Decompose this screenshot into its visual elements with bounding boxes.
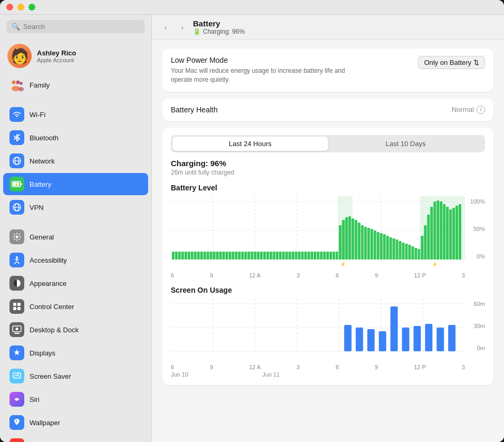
- sidebar-item-accessibility[interactable]: Accessibility: [3, 249, 148, 271]
- sidebar-item-label-displays: Displays: [30, 349, 55, 357]
- svg-rect-145: [344, 325, 352, 351]
- svg-rect-37: [175, 252, 178, 260]
- notifications-icon: [9, 438, 24, 442]
- vpn-icon: [9, 200, 24, 215]
- svg-rect-102: [364, 227, 367, 260]
- svg-rect-131: [449, 209, 452, 260]
- sidebar-item-family[interactable]: Family: [3, 74, 148, 96]
- svg-rect-74: [292, 252, 294, 260]
- battery-chart-card: Last 24 Hours Last 10 Days Charging: 96%…: [162, 128, 493, 385]
- forward-button[interactable]: ›: [176, 21, 189, 34]
- svg-rect-132: [452, 208, 455, 260]
- battery-y-label-0: 0%: [465, 253, 485, 260]
- sidebar-item-notifications[interactable]: Notifications: [3, 435, 148, 442]
- search-input[interactable]: [23, 23, 140, 31]
- info-button[interactable]: i: [477, 105, 485, 114]
- svg-rect-134: [459, 204, 461, 260]
- battery-sidebar-icon: ⚡: [9, 177, 24, 191]
- user-profile[interactable]: 🧑 Ashley Rico Apple Account: [0, 39, 151, 73]
- low-power-title: Low Power Mode: [171, 56, 361, 64]
- svg-rect-66: [266, 252, 269, 260]
- sidebar-item-control-center[interactable]: Control Center: [3, 295, 148, 318]
- low-power-desc: Your Mac will reduce energy usage to inc…: [171, 66, 361, 84]
- svg-point-24: [16, 328, 18, 330]
- user-info: Ashley Rico Apple Account: [37, 49, 76, 63]
- usage-x-6b: 6: [336, 364, 339, 370]
- svg-rect-152: [425, 324, 432, 351]
- user-subtitle: Apple Account: [37, 57, 76, 63]
- sidebar-item-bluetooth[interactable]: Bluetooth: [3, 127, 148, 149]
- svg-rect-58: [241, 252, 244, 260]
- sidebar-item-screen-saver[interactable]: Screen Saver: [3, 365, 148, 387]
- svg-rect-76: [298, 252, 301, 260]
- sidebar-item-siri[interactable]: Siri: [3, 388, 148, 410]
- panel-title-section: Battery 🔋 Charging: 96%: [193, 19, 245, 35]
- low-power-select[interactable]: Only on Battery ⇅: [418, 56, 485, 69]
- sidebar-item-vpn[interactable]: VPN: [3, 196, 148, 218]
- battery-health-title: Battery Health: [171, 105, 218, 114]
- svg-rect-21: [17, 307, 21, 310]
- maximize-button[interactable]: [28, 4, 35, 11]
- svg-rect-46: [203, 252, 206, 260]
- general-icon: [9, 229, 24, 244]
- title-bar: [0, 0, 504, 15]
- usage-x-3: 3: [297, 364, 300, 370]
- svg-rect-42: [191, 252, 193, 260]
- sidebar-item-wifi[interactable]: Wi-Fi: [3, 103, 148, 126]
- svg-rect-19: [17, 303, 21, 306]
- minimize-button[interactable]: [17, 4, 24, 11]
- svg-rect-87: [333, 252, 335, 260]
- svg-rect-117: [411, 246, 414, 260]
- sidebar-item-label-appearance: Appearance: [30, 280, 66, 287]
- back-button[interactable]: ‹: [159, 21, 172, 34]
- sidebar-item-displays[interactable]: Displays: [3, 342, 148, 364]
- svg-rect-107: [380, 233, 383, 260]
- sidebar-item-general[interactable]: General: [3, 226, 148, 248]
- sidebar-item-label-network: Network: [30, 157, 55, 165]
- sidebar-item-appearance[interactable]: Appearance: [3, 272, 148, 294]
- svg-rect-62: [254, 252, 256, 260]
- svg-rect-149: [391, 306, 398, 351]
- svg-rect-65: [263, 252, 266, 260]
- svg-rect-45: [200, 252, 203, 260]
- svg-rect-153: [437, 328, 444, 351]
- svg-rect-52: [222, 252, 225, 260]
- svg-rect-146: [356, 328, 363, 351]
- sidebar-item-network[interactable]: Network: [3, 150, 148, 172]
- svg-rect-43: [194, 252, 197, 260]
- battery-chart-svg-area: ⚡: [171, 196, 465, 270]
- usage-x-labels: 6 9 12 A 3 6 9 12 P 3: [171, 364, 465, 370]
- svg-rect-59: [245, 252, 247, 260]
- battery-level-svg: ⚡: [171, 196, 465, 270]
- usage-x-section: 6 9 12 A 3 6 9 12 P 3 Jun 10 Jun: [171, 364, 485, 378]
- sidebar-item-desktop-dock[interactable]: Desktop & Dock: [3, 319, 148, 341]
- panel-body: Low Power Mode Your Mac will reduce ener…: [152, 40, 504, 442]
- svg-rect-100: [358, 223, 361, 260]
- search-icon: 🔍: [12, 23, 20, 31]
- time-btn-24h[interactable]: Last 24 Hours: [172, 137, 328, 151]
- svg-rect-104: [371, 229, 373, 260]
- main-window: 🔍 🧑 Ashley Rico Apple Account: [0, 0, 504, 442]
- sidebar-item-wallpaper[interactable]: Wallpaper: [3, 411, 148, 434]
- svg-rect-133: [455, 206, 458, 260]
- accessibility-icon: [9, 253, 24, 267]
- svg-rect-108: [383, 234, 386, 260]
- screen-usage-chart-area: 60m 30m 0m: [171, 299, 485, 362]
- sidebar-item-battery[interactable]: ⚡ Battery: [3, 173, 148, 195]
- usage-y-labels: 60m 30m 0m: [465, 299, 485, 362]
- svg-rect-64: [260, 252, 263, 260]
- svg-rect-73: [288, 252, 291, 260]
- sidebar-item-label-family: Family: [30, 81, 50, 89]
- close-button[interactable]: [6, 4, 13, 11]
- sidebar-item-label-bluetooth: Bluetooth: [30, 134, 59, 142]
- usage-x-12a: 12 A: [249, 364, 260, 370]
- svg-rect-125: [430, 207, 433, 260]
- time-btn-10d[interactable]: Last 10 Days: [328, 137, 483, 151]
- svg-rect-48: [210, 252, 212, 260]
- svg-rect-82: [317, 252, 319, 260]
- charging-sublabel: 26m until fully charged: [171, 169, 485, 176]
- low-power-left: Low Power Mode Your Mac will reduce ener…: [171, 56, 361, 84]
- screen-usage-svg: [171, 299, 465, 362]
- time-selector: Last 24 Hours Last 10 Days: [171, 135, 485, 152]
- svg-rect-44: [197, 252, 200, 260]
